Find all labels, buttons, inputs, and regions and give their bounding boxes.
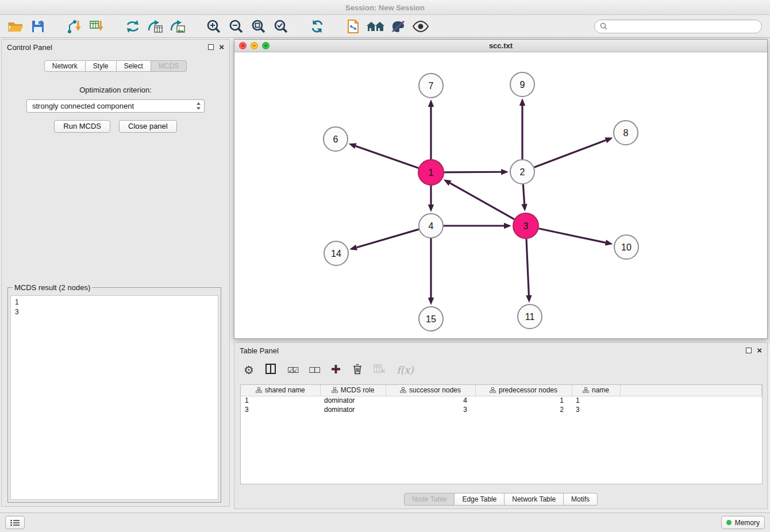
apply-style-button[interactable] xyxy=(388,17,408,36)
graph-edge-3-11[interactable] xyxy=(526,239,529,295)
mcds-result-title: MCDS result (2 nodes) xyxy=(13,283,92,292)
graph-node-label-9: 9 xyxy=(520,80,525,90)
column-header-mcds-role[interactable]: MCDS role xyxy=(320,385,386,396)
delete-table-icon[interactable] xyxy=(374,364,386,376)
graph-node-label-10: 10 xyxy=(621,242,632,252)
cycle-arrows-icon xyxy=(125,20,140,33)
titlebar[interactable]: Session: New Session xyxy=(0,0,770,15)
tab-mcds[interactable]: MCDS xyxy=(151,60,187,72)
graph-edge-4-14[interactable] xyxy=(357,229,419,248)
zoom-fit-icon xyxy=(251,19,266,34)
select-all-icon[interactable]: ☑☑ xyxy=(287,366,297,375)
graph-edge-3-1[interactable] xyxy=(450,183,514,219)
graph-node-label-1: 1 xyxy=(429,168,434,178)
show-panels-button[interactable] xyxy=(5,516,25,529)
zoom-out-button[interactable] xyxy=(226,17,246,36)
cell-predecessor-nodes[interactable]: 2 xyxy=(475,405,572,414)
zoom-fit-button[interactable] xyxy=(249,17,268,36)
network-graph[interactable]: 7968124314101511 xyxy=(234,52,767,338)
add-column-icon[interactable] xyxy=(330,364,341,377)
deselect-all-icon[interactable]: ☐☐ xyxy=(309,366,318,375)
graph-node-label-7: 7 xyxy=(429,81,434,91)
close-panel-icon[interactable]: × xyxy=(219,44,224,50)
close-panel-button[interactable]: Close panel xyxy=(119,120,177,133)
tab-network[interactable]: Network xyxy=(44,60,86,72)
home-button[interactable] xyxy=(366,17,386,36)
tab-motifs[interactable]: Motifs xyxy=(564,493,598,506)
graph-node-label-3: 3 xyxy=(523,221,529,231)
cell-shared-name[interactable]: 3 xyxy=(241,405,320,414)
column-header-predecessor-nodes[interactable]: predecessor nodes xyxy=(475,385,572,396)
save-session-button[interactable] xyxy=(28,17,48,36)
zoom-selected-button[interactable] xyxy=(271,17,291,36)
cell-name[interactable]: 1 xyxy=(572,396,620,405)
table-panel-tabs: Node Table Edge Table Network Table Moti… xyxy=(234,493,767,506)
cell-predecessor-nodes[interactable]: 1 xyxy=(475,396,572,405)
export-image-button[interactable] xyxy=(168,17,187,36)
dropdown-stepper-icon xyxy=(196,102,201,110)
window-zoom-icon[interactable]: + xyxy=(262,42,270,49)
tab-edge-table[interactable]: Edge Table xyxy=(455,493,505,506)
tab-style[interactable]: Style xyxy=(86,60,117,72)
graph-edge-arrowhead xyxy=(519,98,525,106)
graph-edge-arrowhead xyxy=(605,240,613,245)
graph-edge-arrowhead xyxy=(349,245,357,250)
close-panel-icon[interactable]: × xyxy=(757,348,762,353)
houses-icon xyxy=(367,20,385,33)
zoom-selected-icon xyxy=(274,19,288,34)
mcds-result-list[interactable]: 1 3 xyxy=(10,295,218,500)
window-close-icon[interactable]: × xyxy=(239,42,247,49)
float-panel-icon[interactable] xyxy=(208,44,214,50)
open-session-button[interactable] xyxy=(6,17,25,36)
column-visibility-icon[interactable] xyxy=(265,364,276,376)
cell-name[interactable]: 3 xyxy=(572,405,620,414)
cell-mcds-role[interactable]: dominator xyxy=(320,396,386,405)
network-window-titlebar[interactable]: × − + scc.txt xyxy=(234,40,767,52)
cell-successor-nodes[interactable]: 4 xyxy=(386,396,475,405)
cell-shared-name[interactable]: 1 xyxy=(241,396,320,405)
column-header-shared-name[interactable]: shared name xyxy=(241,385,320,396)
run-mcds-button[interactable]: Run MCDS xyxy=(54,120,110,133)
float-panel-icon[interactable] xyxy=(746,348,752,353)
table-settings-gear-icon[interactable]: ⚙ xyxy=(244,363,254,377)
refresh-icon xyxy=(310,19,325,34)
delete-column-icon[interactable] xyxy=(353,364,362,377)
import-table-button[interactable] xyxy=(87,17,106,36)
table-row[interactable]: 1 dominator 4 1 1 xyxy=(241,396,762,405)
function-builder-icon[interactable]: f(x) xyxy=(397,364,414,376)
table-row[interactable]: 3 dominator 3 2 3 xyxy=(241,405,762,414)
column-header-successor-nodes[interactable]: successor nodes xyxy=(386,385,475,396)
show-hide-button[interactable] xyxy=(411,17,430,36)
graph-edge-3-10[interactable] xyxy=(539,229,606,243)
tab-select[interactable]: Select xyxy=(117,60,151,72)
sort-tree-icon xyxy=(583,387,589,393)
cell-mcds-role[interactable]: dominator xyxy=(320,405,386,414)
export-table-button[interactable] xyxy=(145,17,165,36)
optimization-criterion-dropdown[interactable]: strongly connected component xyxy=(26,99,205,113)
graph-node-label-15: 15 xyxy=(426,314,436,324)
column-header-name[interactable]: name xyxy=(572,385,620,396)
table-header-row: shared name MCDS role successor nodes pr… xyxy=(241,385,762,396)
network-window-title: scc.txt xyxy=(234,41,767,50)
document-share-icon xyxy=(346,19,360,34)
tab-node-table[interactable]: Node Table xyxy=(404,493,455,506)
import-network-button[interactable] xyxy=(64,17,84,36)
clone-network-button[interactable] xyxy=(344,17,363,36)
graph-edge-1-2[interactable] xyxy=(444,172,501,172)
table-toolbar: ⚙ ☑☑ ☐☐ f(x) xyxy=(234,358,767,382)
graph-edge-arrowhead xyxy=(504,223,511,229)
cell-successor-nodes[interactable]: 3 xyxy=(386,405,475,414)
zoom-in-button[interactable] xyxy=(204,17,224,36)
window-minimize-icon[interactable]: − xyxy=(251,42,258,49)
new-network-button[interactable] xyxy=(123,17,143,36)
graph-edge-1-6[interactable] xyxy=(356,146,418,168)
graph-edge-2-8[interactable] xyxy=(534,140,606,167)
graph-node-label-14: 14 xyxy=(331,249,341,259)
tab-network-table[interactable]: Network Table xyxy=(505,493,564,506)
search-input[interactable] xyxy=(611,22,756,30)
search-field[interactable] xyxy=(594,20,762,33)
refresh-layout-button[interactable] xyxy=(307,17,327,36)
graph-edge-arrowhead xyxy=(428,205,434,212)
memory-button[interactable]: Memory xyxy=(721,516,765,529)
graph-edge-2-3[interactable] xyxy=(523,184,524,204)
